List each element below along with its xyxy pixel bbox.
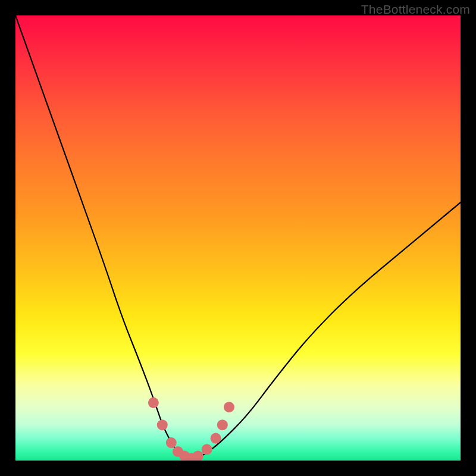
marker-dot (157, 419, 168, 430)
outer-frame: TheBottleneck.com (0, 0, 476, 476)
marker-dot (217, 419, 228, 430)
marker-dot (211, 433, 221, 444)
marker-dot (166, 437, 177, 448)
marker-dot (193, 451, 203, 461)
marker-dot (224, 402, 234, 412)
bottleneck-curve (15, 15, 461, 459)
plot-area (15, 15, 461, 461)
chart-svg (15, 15, 461, 461)
watermark-text: TheBottleneck.com (361, 2, 470, 17)
marker-dot (148, 397, 159, 408)
marker-dot (202, 444, 212, 455)
marker-group (148, 397, 234, 461)
